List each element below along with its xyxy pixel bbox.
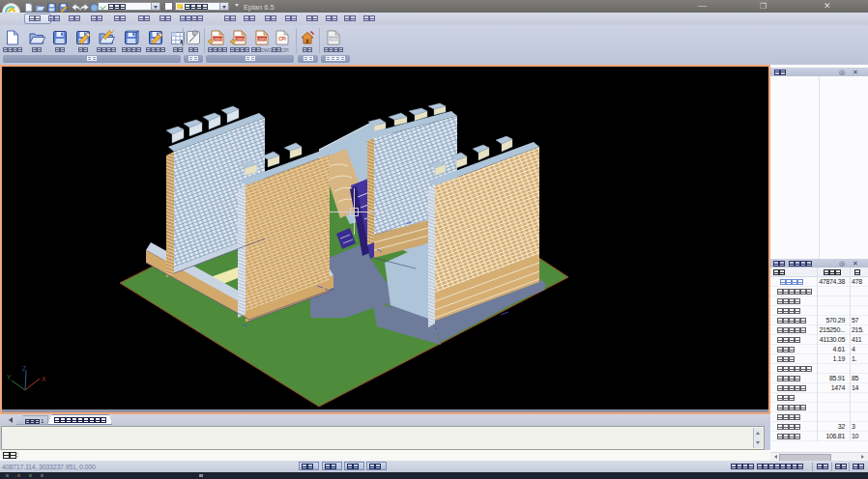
svg-text:Y: Y — [7, 374, 12, 380]
svg-text:DWG: DWG — [329, 37, 338, 42]
svg-text:X: X — [42, 376, 46, 382]
svg-text:Z: Z — [22, 365, 26, 372]
